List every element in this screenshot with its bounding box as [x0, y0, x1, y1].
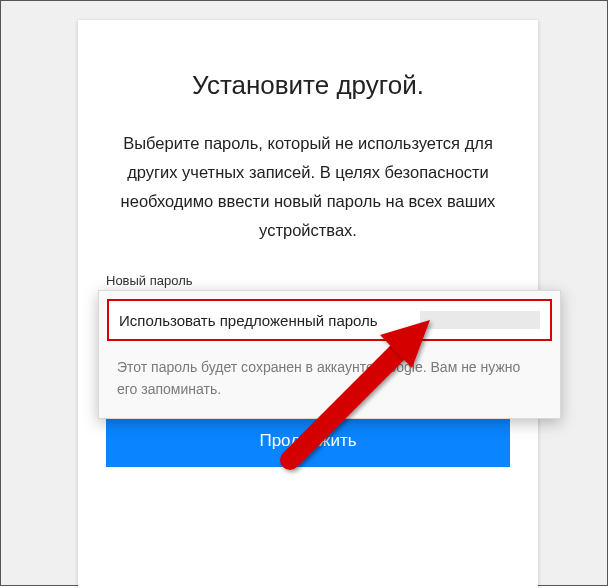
suggested-password-masked [420, 311, 540, 329]
dialog-title: Установите другой. [78, 70, 538, 101]
continue-button[interactable]: Продолжить [106, 415, 510, 467]
password-field-label: Новый пароль [106, 273, 538, 288]
password-suggestion-popup: Использовать предложенный пароль Этот па… [98, 290, 561, 419]
dialog-description: Выберите пароль, который не используется… [108, 129, 508, 245]
use-suggested-password-label: Использовать предложенный пароль [119, 312, 378, 329]
continue-button-label: Продолжить [259, 431, 356, 451]
password-save-note: Этот пароль будет сохранен в аккаунте Go… [99, 349, 560, 418]
use-suggested-password-button[interactable]: Использовать предложенный пароль [107, 299, 552, 341]
